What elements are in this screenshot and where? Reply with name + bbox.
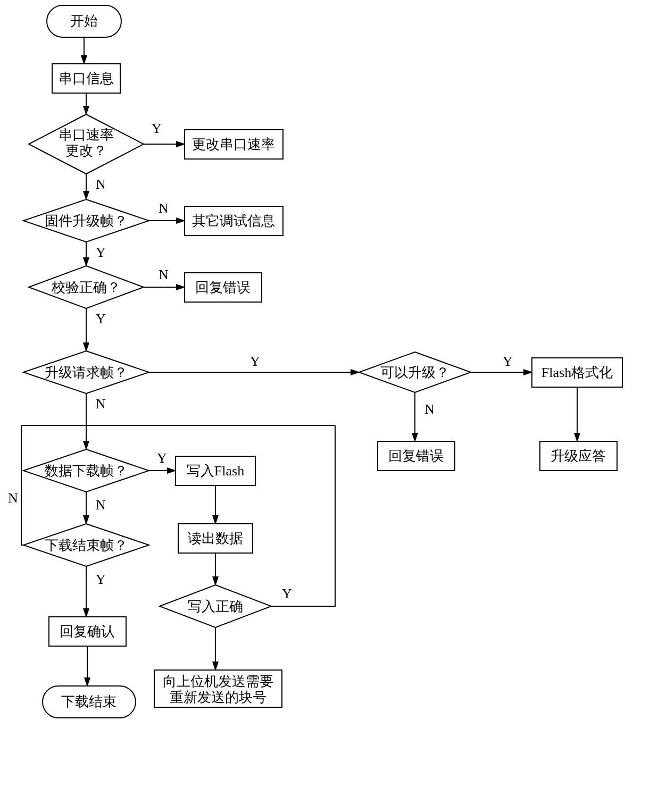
data-dl-label: 数据下载帧？ [45,463,128,479]
reply-error2-label: 回复错误 [388,448,444,464]
n-label-2: N [159,200,169,216]
write-ok-label: 写入正确 [188,599,243,614]
flash-fmt-label: Flash格式化 [542,365,613,380]
write-flash-label: 写入Flash [187,463,244,479]
change-rate-label: 更改串口速率 [192,137,275,152]
upgrade-req-label: 升级请求帧？ [45,365,128,380]
n-label-3: N [159,267,169,282]
y-label-8: Y [96,572,106,587]
can-upgrade-label: 可以升级？ [380,365,449,380]
resend-l1: 向上位机发送需要 [163,674,273,689]
fw-frame-label: 固件升级帧？ [45,213,128,229]
rate-change-l2: 更改？ [65,143,107,158]
n-label-4: N [424,401,435,417]
y-label-7: Y [282,586,292,601]
upgrade-ack-label: 升级应答 [551,448,606,464]
dl-end-label: 下载结束帧？ [45,538,128,553]
y-label: Y [152,121,162,136]
y-label-2: Y [96,245,106,260]
y-label-4: Y [250,354,260,369]
n-label-6: N [96,497,106,513]
other-debug-label: 其它调试信息 [192,213,275,229]
read-data-label: 读出数据 [188,531,243,546]
n-label-5: N [96,396,106,412]
y-label-6: Y [157,450,167,466]
crc-label: 校验正确？ [51,280,121,295]
resend-l2: 重新发送的块号 [170,690,266,705]
n-label: N [96,177,106,192]
start-label: 开始 [70,13,98,29]
reply-error1-label: 回复错误 [195,280,251,295]
rate-change-l1: 串口速率 [59,127,114,143]
end-label: 下载结束 [61,694,116,709]
y-label-3: Y [96,311,106,327]
y-label-5: Y [503,354,513,369]
serial-info-label: 串口信息 [59,71,114,86]
n-label-7: N [8,490,18,506]
reply-confirm-label: 回复确认 [60,624,115,639]
